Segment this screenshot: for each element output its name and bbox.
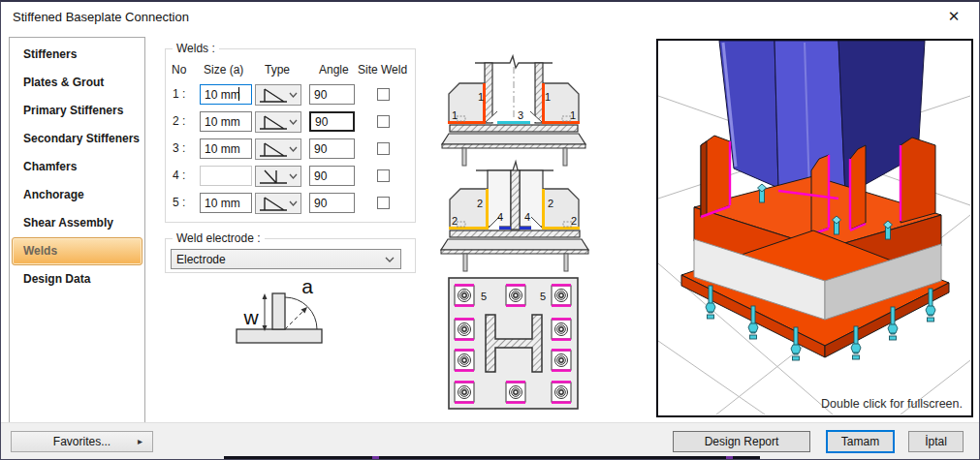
close-icon[interactable]: ✕ [944, 8, 964, 25]
weld-label: 4 [524, 211, 530, 223]
electrode-select[interactable]: Electrode [171, 249, 401, 269]
welds-group-legend: Welds : [173, 42, 219, 55]
angle-input-2[interactable] [309, 111, 355, 132]
weld-label: 2 [452, 215, 458, 227]
weld-electrode-legend: Weld electrode : [173, 231, 265, 245]
row-label: 2 : [173, 114, 185, 128]
weld-label: 4 [497, 211, 503, 223]
size-input-1[interactable] [200, 84, 252, 105]
sidebar-item-shear-assembly[interactable]: Shear Assembly [12, 209, 142, 237]
weld-type-select-4[interactable] [255, 166, 301, 187]
weld-label: 1 [570, 109, 576, 121]
front-view-drawing: 1 1 1 1 3 [440, 52, 587, 171]
model-3d [658, 41, 970, 414]
row-label: 5 : [173, 196, 185, 209]
cancel-button[interactable]: İptal [908, 431, 964, 452]
site-weld-checkbox-4[interactable] [377, 169, 390, 182]
weld-label: 2 [571, 215, 577, 227]
row-label: 3 : [173, 141, 185, 155]
a-label: a [301, 276, 313, 297]
w-label: w [242, 306, 259, 328]
weld-label: 1 [545, 91, 551, 103]
weld-type-select-5[interactable] [255, 193, 301, 214]
weld-label: 2 [548, 198, 553, 209]
sidebar-item-welds[interactable]: Welds [12, 237, 142, 265]
site-weld-checkbox-3[interactable] [377, 142, 390, 155]
size-input-4[interactable] [200, 166, 252, 186]
site-weld-checkbox-5[interactable] [377, 197, 390, 209]
favorites-label: Favorites... [53, 435, 111, 448]
footer-bar: Favorites... ▸ Design Report Tamam İptal [1, 422, 979, 459]
fullscreen-hint: Double click for fullscreen. [821, 397, 963, 411]
viewport-3d[interactable]: Double click for fullscreen. [656, 39, 973, 417]
chevron-down-icon [289, 146, 298, 152]
title-bar: Stiffened Baseplate Connection ✕ [1, 2, 979, 33]
weld-label: 5 [540, 291, 546, 302]
sidebar-item-chamfers[interactable]: Chamfers [12, 153, 142, 181]
chevron-down-icon [289, 200, 298, 206]
side-view-drawing: 2 2 2 2 4 4 [439, 159, 590, 275]
chevron-down-icon [385, 257, 395, 262]
angle-input-3[interactable] [309, 138, 355, 159]
angle-input-4[interactable] [309, 166, 355, 186]
weld-size-diagram: w a [234, 276, 331, 350]
row-label: 1 : [173, 87, 185, 101]
background-artifact [224, 456, 760, 459]
chevron-down-icon [289, 119, 298, 125]
sidebar-item-plates-grout[interactable]: Plates & Grout [12, 69, 142, 97]
favorites-button[interactable]: Favorites... ▸ [11, 431, 153, 452]
weld-type-select-3[interactable] [255, 138, 301, 160]
weld-type-symbol [258, 113, 289, 131]
weld-label: 3 [518, 109, 523, 121]
ok-button[interactable]: Tamam [826, 430, 895, 453]
site-weld-checkbox-2[interactable] [377, 115, 390, 128]
sidebar-item-stiffeners[interactable]: Stiffeners [12, 41, 142, 69]
weld-label: 1 [478, 91, 484, 103]
weld-type-select-2[interactable] [255, 111, 301, 133]
electrode-value: Electrode [176, 253, 226, 266]
chevron-down-icon [289, 173, 298, 179]
text-cursor [238, 87, 239, 101]
sidebar-item-primary-stiffeners[interactable]: Primary Stiffeners [12, 97, 142, 125]
weld-type-symbol [258, 195, 289, 212]
sidebar-item-design-data[interactable]: Design Data [12, 265, 142, 293]
sidebar-item-secondary-stiffeners[interactable]: Secondary Stiffeners [12, 125, 142, 153]
weld-label: 2 [477, 198, 483, 209]
col-header-type: Type [265, 63, 290, 77]
col-header-site-weld: Site Weld [358, 63, 407, 77]
weld-label: 1 [452, 109, 458, 121]
background-artifact [726, 456, 733, 459]
weld-type-symbol [258, 86, 289, 104]
angle-input-5[interactable] [309, 193, 355, 213]
design-report-button[interactable]: Design Report [673, 431, 810, 452]
col-header-no: No [172, 63, 186, 77]
angle-input-1[interactable] [309, 84, 355, 105]
chevron-down-icon [289, 92, 298, 98]
window-title: Stiffened Baseplate Connection [13, 10, 189, 24]
plan-view-drawing: 5 5 [445, 276, 581, 414]
site-weld-checkbox-1[interactable] [377, 88, 390, 101]
sidebar-item-anchorage[interactable]: Anchorage [12, 181, 142, 209]
col-header-angle: Angle [319, 63, 349, 77]
size-input-3[interactable] [200, 138, 252, 159]
dialog-stiffened-baseplate-connection: Stiffened Baseplate Connection ✕ Stiffen… [0, 0, 980, 460]
sidebar: Stiffeners Plates & Grout Primary Stiffe… [9, 37, 145, 425]
weld-type-select-1[interactable] [255, 84, 301, 106]
background-artifact [372, 456, 379, 459]
weld-type-symbol [258, 140, 289, 158]
col-header-size: Size (a) [204, 63, 243, 77]
flyout-arrow-icon: ▸ [138, 432, 142, 451]
size-input-5[interactable] [200, 193, 252, 213]
weld-label: 5 [481, 291, 487, 302]
row-label: 4 : [173, 169, 185, 182]
weld-type-symbol [258, 168, 289, 185]
size-input-2[interactable] [200, 111, 252, 132]
